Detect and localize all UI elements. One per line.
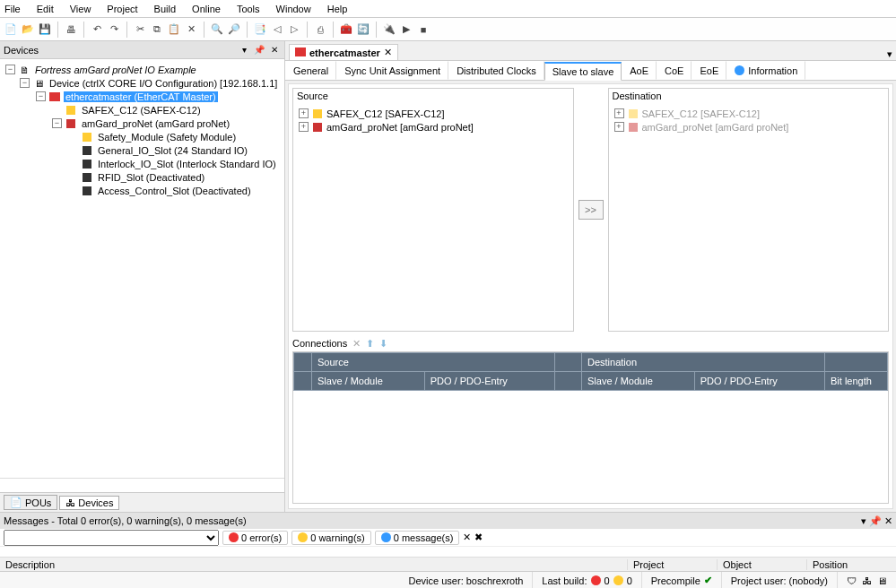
subtab-aoe[interactable]: AoE (622, 61, 657, 80)
panel-close-icon[interactable]: ✕ (884, 515, 892, 527)
move-down-icon[interactable]: ⬇ (379, 338, 387, 350)
panel-pin-icon[interactable]: 📌 (869, 515, 882, 527)
item-label: SAFEX_C12 [SAFEX-C12] (326, 108, 444, 119)
monitor-icon[interactable]: 🖥 (877, 575, 887, 586)
subtab-slave-to-slave[interactable]: Slave to slave (544, 62, 622, 81)
menu-build[interactable]: Build (154, 4, 176, 14)
bookmark-prev-icon[interactable]: ◁ (270, 22, 284, 37)
expander-icon[interactable]: − (5, 65, 15, 74)
messages-filter-select[interactable] (4, 530, 219, 546)
find-replace-icon[interactable]: 🔎 (227, 22, 241, 37)
tree-ethercatmaster[interactable]: − ethercatmaster (EtherCAT Master) (4, 90, 281, 103)
scrollbar-horizontal[interactable] (0, 478, 284, 492)
subtab-information[interactable]: Information (726, 61, 805, 80)
tree-slot[interactable]: Interlock_IO_Slot (Interlock Standard IO… (4, 157, 281, 170)
move-right-button[interactable]: >> (578, 200, 604, 220)
col-project[interactable]: Project (627, 559, 717, 570)
th-slave-module[interactable]: Slave / Module (312, 372, 425, 391)
move-up-icon[interactable]: ⬆ (366, 338, 374, 350)
col-position[interactable]: Position (806, 559, 896, 570)
tree-amgard[interactable]: − amGard_proNet (amGard proNet) (4, 117, 281, 130)
expander-icon[interactable]: + (614, 122, 624, 132)
delete-connection-icon[interactable]: ✕ (352, 338, 361, 350)
shield-icon[interactable]: 🛡 (847, 575, 857, 586)
expander-icon[interactable]: + (614, 108, 624, 118)
warnings-button[interactable]: 0 warning(s) (291, 531, 371, 545)
dst-item[interactable]: + amGard_proNet [amGard proNet] (611, 120, 887, 134)
bookmark-icon[interactable]: 📑 (253, 22, 267, 37)
menu-online[interactable]: Online (192, 4, 221, 14)
th-slave-module-2[interactable]: Slave / Module (581, 372, 694, 391)
panel-pin-icon[interactable]: 📌 (253, 44, 265, 56)
misc-icon-1[interactable]: ⎙ (313, 22, 327, 37)
dst-item[interactable]: + SAFEX_C12 [SAFEX-C12] (611, 107, 887, 120)
tree-device[interactable]: − 🖥 Device (ctrlX CORE I/O Configuration… (4, 76, 281, 90)
panel-close-icon[interactable]: ✕ (268, 44, 281, 56)
th-pdo-entry-2[interactable]: PDO / PDO-Entry (694, 372, 824, 391)
tree-root[interactable]: − 🗎 Fortress amGard proNet IO Example (4, 63, 281, 76)
devices-tree[interactable]: − 🗎 Fortress amGard proNet IO Example − … (0, 59, 284, 478)
start-icon[interactable]: ▶ (399, 22, 413, 37)
source-list[interactable]: + SAFEX_C12 [SAFEX-C12] + amGard_proNet … (293, 105, 573, 331)
subtab-dc[interactable]: Distributed Clocks (448, 61, 544, 80)
open-icon[interactable]: 📂 (21, 22, 35, 37)
network-icon[interactable]: 🖧 (862, 575, 872, 586)
subtab-general[interactable]: General (285, 61, 336, 80)
clear-all-icon[interactable]: ✖ (474, 532, 483, 543)
expander-icon[interactable]: − (52, 118, 62, 128)
login-icon[interactable]: 🔌 (382, 22, 396, 37)
bottom-tab-pous[interactable]: 📄 POUs (4, 495, 57, 510)
save-icon[interactable]: 💾 (38, 22, 52, 37)
bottom-tab-devices[interactable]: 🖧 Devices (59, 496, 119, 510)
panel-dropdown-icon[interactable]: ▾ (238, 44, 250, 56)
th-bit-length[interactable]: Bit length (825, 372, 888, 391)
expander-icon[interactable]: − (36, 91, 46, 101)
col-description[interactable]: Description (0, 559, 627, 570)
th-pdo-entry[interactable]: PDO / PDO-Entry (424, 372, 554, 391)
close-icon[interactable]: ✕ (384, 47, 392, 58)
menu-help[interactable]: Help (327, 4, 348, 14)
new-icon[interactable]: 📄 (4, 22, 18, 37)
subtab-eoe[interactable]: EoE (692, 61, 726, 80)
build-icon[interactable]: 🧰 (339, 22, 353, 37)
connections-table[interactable]: Source Destination Slave / Module PDO / … (292, 351, 889, 504)
toolbar: 📄 📂 💾 🖶 ↶ ↷ ✂ ⧉ 📋 ✕ 🔍 🔎 📑 ◁ ▷ ⎙ 🧰 🔄 🔌 ▶ … (0, 18, 896, 41)
tree-slot[interactable]: General_IO_Slot (24 Standard IO) (4, 143, 281, 157)
panel-dropdown-icon[interactable]: ▾ (861, 515, 866, 527)
cut-icon[interactable]: ✂ (133, 22, 147, 37)
editor-tab-ethercatmaster[interactable]: ethercatmaster ✕ (289, 44, 398, 60)
paste-icon[interactable]: 📋 (167, 22, 181, 37)
menu-file[interactable]: File (4, 4, 21, 14)
messages-button[interactable]: 0 message(s) (375, 531, 460, 545)
subtab-coe[interactable]: CoE (657, 61, 692, 80)
editor-dropdown-icon[interactable]: ▾ (887, 48, 892, 60)
tree-safex[interactable]: SAFEX_C12 (SAFEX-C12) (4, 103, 281, 117)
tree-slot[interactable]: Safety_Module (Safety Module) (4, 130, 281, 143)
copy-icon[interactable]: ⧉ (150, 22, 164, 37)
redo-icon[interactable]: ↷ (107, 22, 121, 37)
errors-button[interactable]: 0 error(s) (222, 531, 288, 545)
tree-slot[interactable]: RFID_Slot (Deactivated) (4, 170, 281, 184)
clear-icon[interactable]: ✕ (463, 532, 471, 543)
src-item[interactable]: + SAFEX_C12 [SAFEX-C12] (295, 107, 571, 120)
find-icon[interactable]: 🔍 (210, 22, 224, 37)
expander-icon[interactable]: + (299, 108, 309, 118)
bookmark-next-icon[interactable]: ▷ (287, 22, 301, 37)
stop-icon[interactable]: ■ (416, 22, 431, 37)
subtab-sync-unit[interactable]: Sync Unit Assignment (336, 61, 448, 80)
menu-tools[interactable]: Tools (237, 4, 260, 14)
menu-window[interactable]: Window (276, 4, 311, 14)
undo-icon[interactable]: ↶ (90, 22, 104, 37)
delete-icon[interactable]: ✕ (184, 22, 198, 37)
menu-view[interactable]: View (70, 4, 91, 14)
print-icon[interactable]: 🖶 (64, 22, 78, 37)
rebuild-icon[interactable]: 🔄 (356, 22, 370, 37)
expander-icon[interactable]: − (20, 78, 30, 88)
expander-icon[interactable]: + (299, 122, 309, 132)
menu-edit[interactable]: Edit (37, 4, 54, 14)
menu-project[interactable]: Project (107, 4, 137, 14)
src-item[interactable]: + amGard_proNet [amGard proNet] (295, 120, 571, 134)
col-object[interactable]: Object (717, 559, 806, 570)
tree-slot[interactable]: Access_Control_Slot (Deactivated) (4, 184, 281, 197)
destination-list[interactable]: + SAFEX_C12 [SAFEX-C12] + amGard_proNet … (609, 105, 889, 331)
